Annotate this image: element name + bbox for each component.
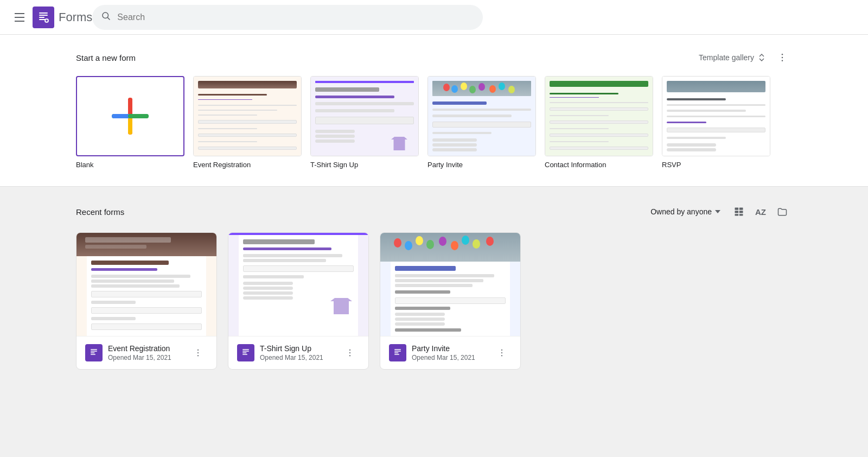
templates-section: Start a new form Template gallery [0,35,868,187]
owned-by-label: Owned by anyone [650,207,712,216]
form-card-party-title: Party Invite [412,344,487,353]
svg-rect-41 [394,354,399,355]
template-party-thumb [427,76,536,156]
app-name-label: Forms [59,10,92,24]
template-gallery-button[interactable]: Template gallery [699,53,766,62]
svg-rect-25 [91,351,97,352]
svg-point-35 [349,350,350,351]
svg-point-28 [197,350,199,351]
svg-rect-6 [46,20,48,21]
recent-section: Recent forms Owned by anyone [0,187,868,391]
template-rsvp[interactable]: RSVP [662,76,770,169]
svg-point-7 [103,12,108,18]
blank-plus-icon [108,94,152,138]
form-card-party-footer: Party Invite Opened Mar 15, 2021 [380,336,520,369]
template-rsvp-label: RSVP [662,161,770,169]
template-tshirt-thumb [310,76,419,156]
template-rsvp-thumb [662,76,770,156]
template-contact-information[interactable]: Contact Information [545,76,653,169]
form-card-tshirt-date: Opened Mar 15, 2021 [260,354,335,361]
form-card-event-info: Event Registration Opened Mar 15, 2021 [108,344,183,361]
folder-button[interactable] [773,202,792,221]
templates-grid: Blank [76,76,792,169]
hamburger-icon [15,13,24,22]
svg-rect-0 [39,12,48,14]
form-icon-svg [89,348,99,358]
app-header: Forms [0,0,868,35]
svg-point-10 [782,57,783,59]
main-content: Start a new form Template gallery [0,35,868,457]
svg-rect-33 [242,352,247,353]
search-icon [101,11,111,23]
template-event-thumb [193,76,302,156]
svg-point-9 [782,54,783,55]
svg-point-11 [782,60,783,62]
form-card-party-invite[interactable]: Party Invite Opened Mar 15, 2021 [380,232,521,370]
svg-rect-38 [394,349,401,350]
view-controls: AZ [729,202,792,221]
template-tshirt[interactable]: T-Shirt Sign Up [310,76,419,169]
form-card-tshirt-more-button[interactable] [340,343,360,363]
forms-logo-icon [33,7,54,28]
sort-az-icon: AZ [755,207,766,217]
form-card-event-icon [85,344,103,361]
form-card-event-footer: Event Registration Opened Mar 15, 2021 [76,336,216,369]
template-blank-thumb [76,76,184,156]
svg-rect-31 [242,349,249,350]
recent-section-header: Recent forms Owned by anyone [76,202,792,221]
search-input[interactable] [117,12,474,22]
owned-by-button[interactable]: Owned by anyone [650,207,720,216]
template-event-registration[interactable]: Event Registration [193,76,302,169]
form-card-tshirt[interactable]: T-Shirt Sign Up Opened Mar 15, 2021 [228,232,369,370]
owned-by-dropdown-icon [715,210,720,213]
svg-point-30 [197,355,199,356]
grid-view-button[interactable] [729,202,749,221]
template-blank-label: Blank [76,161,184,169]
svg-point-42 [501,350,502,351]
form-card-event-thumb [76,233,216,336]
svg-rect-39 [394,351,401,352]
svg-rect-20 [735,211,739,213]
form-card-tshirt-footer: T-Shirt Sign Up Opened Mar 15, 2021 [228,336,368,369]
recent-section-title: Recent forms [76,207,124,217]
form-card-tshirt-thumb [228,233,368,336]
folder-icon [777,206,788,217]
template-contact-thumb [545,76,653,156]
templates-section-header: Start a new form Template gallery [76,48,792,67]
svg-rect-34 [242,354,247,355]
svg-point-29 [197,352,199,353]
recent-forms-grid: Event Registration Opened Mar 15, 2021 [76,232,792,370]
recent-controls: Owned by anyone [650,202,792,221]
template-party-invite[interactable]: Party Invite [427,76,536,169]
svg-rect-40 [394,352,399,353]
more-options-button[interactable] [773,48,792,67]
svg-rect-26 [91,352,95,353]
svg-point-37 [349,355,350,356]
svg-point-43 [501,352,502,353]
form-card-event-registration[interactable]: Event Registration Opened Mar 15, 2021 [76,232,217,370]
svg-rect-24 [91,349,97,350]
template-gallery-label: Template gallery [699,53,754,62]
svg-line-8 [108,17,110,20]
svg-rect-3 [39,19,46,20]
form-party-icon-svg [393,348,403,358]
search-bar [92,5,483,30]
form-card-tshirt-icon [237,344,254,361]
form-card-event-more-button[interactable] [188,343,208,363]
logo-area: Forms [33,7,92,28]
svg-rect-21 [739,211,743,213]
template-contact-information-label: Contact Information [545,161,653,169]
form-card-event-title: Event Registration [108,344,183,353]
svg-point-44 [501,355,502,356]
sort-button[interactable]: AZ [751,202,770,221]
svg-rect-22 [735,214,739,215]
templates-section-title: Start a new form [76,53,136,62]
template-tshirt-label: T-Shirt Sign Up [310,161,419,169]
svg-rect-2 [39,17,44,18]
form-card-party-more-button[interactable] [492,343,512,363]
menu-button[interactable] [9,7,30,28]
svg-rect-27 [91,354,95,355]
template-blank[interactable]: Blank [76,76,184,169]
svg-rect-32 [242,351,249,352]
form-card-party-date: Opened Mar 15, 2021 [412,354,487,361]
